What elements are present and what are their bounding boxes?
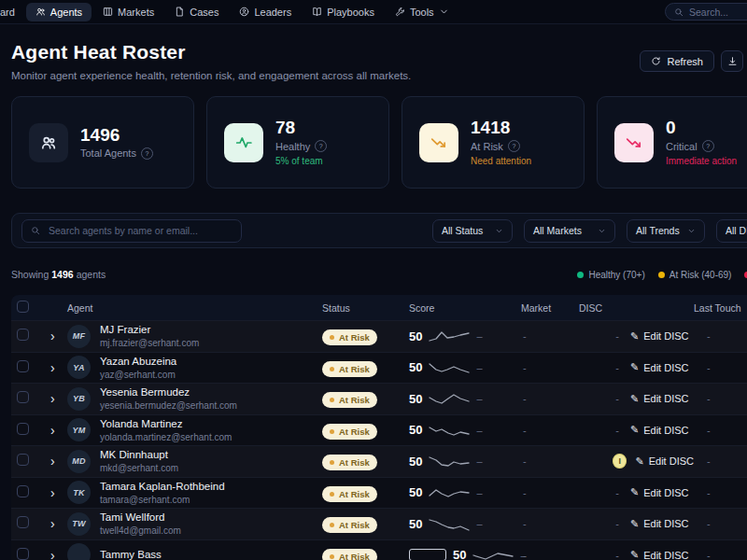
status-dot	[330, 554, 334, 559]
nav-item-agents[interactable]: Agents	[26, 3, 92, 21]
score-sparkline	[429, 329, 470, 343]
filter-dropdown-all-disc[interactable]: All DISC	[716, 219, 747, 243]
expand-chevron-icon[interactable]: ›	[43, 486, 67, 499]
stat-icon-tile	[614, 123, 654, 162]
stat-card-at-risk: 1418At Risk?Need attention	[402, 96, 585, 189]
pencil-icon: ✎	[630, 330, 639, 343]
column-header-score[interactable]: Score	[409, 302, 521, 314]
row-checkbox[interactable]	[17, 516, 29, 528]
expand-chevron-icon[interactable]: ›	[43, 329, 67, 343]
row-checkbox[interactable]	[17, 423, 29, 435]
status-badge: At Risk	[322, 549, 377, 560]
people-icon	[40, 134, 57, 151]
column-header-disc[interactable]: DISC	[579, 302, 694, 314]
score-sparkline	[429, 485, 470, 500]
trend-dash: –	[476, 455, 482, 467]
stats-row: 1496Total Agents?78Healthy?5% of team141…	[11, 96, 747, 189]
row-checkbox[interactable]	[17, 485, 29, 497]
page-subtitle: Monitor agent experience health, retenti…	[11, 70, 411, 81]
agent-email: yesenia.bermudez@serhant.com	[100, 399, 237, 412]
nav-item-tools[interactable]: Tools	[386, 3, 458, 21]
status-dot	[330, 523, 334, 527]
edit-disc-button[interactable]: ✎Edit DISC	[630, 549, 689, 560]
select-all-checkbox[interactable]	[17, 301, 29, 313]
filter-dropdown-all-status[interactable]: All Status	[432, 219, 513, 243]
table-row[interactable]: › TK Tamara Kaplan-Rothbeind tamara@serh…	[11, 477, 747, 509]
row-checkbox[interactable]	[17, 391, 29, 403]
market-value: -	[521, 487, 579, 498]
market-value: -	[521, 393, 579, 404]
stat-value: 1496	[80, 126, 153, 144]
edit-disc-button[interactable]: ✎Edit DISC	[630, 330, 689, 343]
row-checkbox[interactable]	[17, 454, 29, 466]
filter-dropdown-all-markets[interactable]: All Markets	[524, 219, 615, 243]
score-value: 50	[409, 360, 422, 374]
filter-dropdown-all-trends[interactable]: All Trends	[627, 219, 705, 243]
expand-chevron-icon[interactable]: ›	[43, 549, 67, 560]
table-row[interactable]: › YM Yolanda Martinez yolanda.martinez@s…	[11, 414, 747, 446]
nav-item-markets[interactable]: Markets	[93, 3, 163, 21]
column-header-market[interactable]: Market	[521, 302, 579, 314]
table-row[interactable]: › MD MK Dinnhaupt mkd@serhant.com At Ris…	[11, 445, 747, 477]
table-row[interactable]: › Tammy Bass At Risk 50 – - - ✎Edit DISC…	[11, 539, 747, 560]
agent-name: MJ Frazier	[100, 323, 199, 337]
table-row[interactable]: › MF MJ Frazier mj.frazier@serhant.com A…	[11, 320, 747, 352]
nav-item-dashboard[interactable]: Dashboard	[0, 3, 24, 21]
column-header-status[interactable]: Status	[322, 302, 409, 314]
refresh-button[interactable]: Refresh	[640, 50, 714, 72]
nav-item-playbooks[interactable]: Playbooks	[303, 3, 384, 21]
stat-value: 1418	[471, 119, 531, 136]
help-icon[interactable]: ?	[702, 140, 714, 152]
edit-disc-button[interactable]: ✎Edit DISC	[630, 518, 689, 530]
edit-disc-button[interactable]: ✎Edit DISC	[630, 424, 689, 436]
pencil-icon: ✎	[630, 549, 639, 560]
edit-disc-button[interactable]: ✎Edit DISC	[630, 393, 689, 405]
row-checkbox[interactable]	[17, 329, 29, 341]
stat-label: Total Agents?	[80, 147, 153, 160]
column-header-agent[interactable]: Agent	[67, 302, 322, 314]
score-value: 50	[409, 392, 422, 406]
pencil-icon: ✎	[630, 393, 639, 405]
table-row[interactable]: › TW Tami Wellford twell4d@gmail.com At …	[11, 508, 747, 539]
expand-chevron-icon[interactable]: ›	[43, 517, 67, 530]
agent-name: Yazan Abuzeina	[100, 355, 176, 369]
score-sparkline	[429, 391, 470, 406]
edit-disc-button[interactable]: ✎Edit DISC	[635, 455, 694, 468]
score-sparkline	[429, 423, 470, 438]
status-dot	[330, 335, 334, 340]
edit-disc-button[interactable]: ✎Edit DISC	[630, 486, 689, 498]
nav-item-cases[interactable]: Cases	[165, 3, 228, 21]
table-row[interactable]: › YA Yazan Abuzeina yaz@serhant.com At R…	[11, 352, 747, 384]
nav-item-leaders[interactable]: Leaders	[230, 3, 301, 21]
legend-item-healthy-70-: Healthy (70+)	[577, 270, 644, 280]
results-count: Showing1496agents	[11, 269, 106, 280]
help-icon[interactable]: ?	[315, 140, 327, 152]
help-icon[interactable]: ?	[141, 147, 153, 160]
expand-chevron-icon[interactable]: ›	[43, 392, 67, 405]
help-icon[interactable]: ?	[508, 140, 520, 152]
status-dot	[330, 429, 334, 434]
status-badge: At Risk	[322, 424, 377, 440]
table-row[interactable]: › YB Yesenia Bermudez yesenia.bermudez@s…	[11, 383, 747, 414]
agent-email: yaz@serhant.com	[100, 369, 176, 381]
edit-disc-button[interactable]: ✎Edit DISC	[630, 361, 689, 373]
score-value: 50	[409, 329, 422, 343]
trending-down-icon	[626, 134, 642, 151]
expand-chevron-icon[interactable]: ›	[43, 424, 67, 437]
row-checkbox[interactable]	[17, 548, 29, 560]
legend-dot	[658, 272, 665, 278]
nav-search[interactable]: Search...	[665, 3, 747, 21]
filter-dropdowns: All StatusAll MarketsAll TrendsAll DISC	[432, 219, 747, 243]
chevron-down-icon	[598, 227, 606, 235]
column-header-last-touch[interactable]: Last Touch	[694, 302, 747, 314]
trend-dash: –	[476, 393, 482, 404]
expand-chevron-icon[interactable]: ›	[43, 455, 67, 468]
agent-name: Tami Wellford	[100, 511, 181, 525]
expand-chevron-icon[interactable]: ›	[43, 361, 67, 374]
download-button[interactable]	[721, 50, 743, 72]
row-checkbox[interactable]	[17, 360, 29, 372]
agent-search-input[interactable]	[21, 219, 242, 243]
score-sparkline	[472, 548, 514, 560]
disc-value: -	[613, 487, 622, 498]
legend-dot	[577, 272, 584, 278]
